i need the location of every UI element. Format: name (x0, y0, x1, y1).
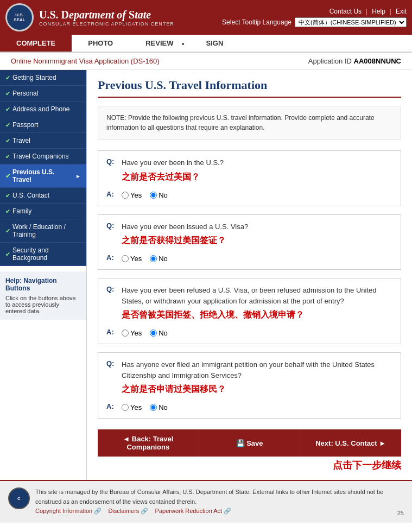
question-row-4: Q: Has anyone ever filed an immigrant pe… (106, 359, 392, 398)
sidebar-label: Address and Phone (12, 105, 69, 113)
sidebar-label: Travel Companions (12, 153, 69, 160)
contact-us-link[interactable]: Contact Us (329, 8, 362, 15)
answer-row-3: A: Yes No (106, 328, 392, 337)
check-icon: ✔ (5, 74, 10, 81)
tab-complete[interactable]: COMPLETE (0, 35, 72, 52)
q-text-1: Have you ever been in the U.S.? 之前是否去过美国… (122, 157, 392, 186)
sidebar-label: Family (12, 207, 31, 215)
tab-sign[interactable]: SIGN (190, 35, 240, 52)
nav-bar: COMPLETE PHOTO REVIEW SIGN (0, 35, 412, 53)
note-box: NOTE: Provide the following previous U.S… (98, 106, 401, 140)
tooltip-label: Select Tooltip Language (222, 18, 291, 26)
check-icon: ✔ (5, 153, 10, 160)
q2-yes-radio[interactable] (122, 255, 129, 262)
check-icon: ✔ (5, 106, 10, 113)
q4-tooltip: 之前是否申请过美国移民？ (122, 383, 392, 396)
sidebar-item-security-background[interactable]: ✔ Security and Background (0, 243, 86, 266)
arrow-icon: ► (75, 173, 81, 179)
footer-body: This site is managed by the Bureau of Co… (35, 489, 383, 505)
header-left: U.S.SEAL U.S. Department of State CONSUL… (5, 3, 174, 31)
question-row-1: Q: Have you ever been in the U.S.? 之前是否去… (106, 157, 392, 186)
question-row-2: Q: Have you ever been issued a U.S. Visa… (106, 221, 392, 250)
sidebar-label: Passport (12, 121, 38, 129)
sidebar: ✔ Getting Started ✔ Personal ✔ Address a… (0, 70, 87, 480)
sidebar-item-work-education[interactable]: ✔ Work / Education / Training (0, 219, 86, 243)
q1-radio-group: Yes No (122, 191, 168, 199)
q3-no-option[interactable]: No (150, 329, 168, 337)
page-title: Previous U.S. Travel Information (98, 78, 401, 98)
header: U.S.SEAL U.S. Department of State CONSUL… (0, 0, 412, 35)
language-selector: Select Tooltip Language 中文(简体）(CHINESE-S… (222, 17, 407, 27)
sidebar-item-getting-started[interactable]: ✔ Getting Started (0, 70, 86, 86)
back-button[interactable]: ◄ Back: Travel Companions (98, 429, 199, 457)
sidebar-label: Personal (12, 90, 38, 97)
save-button[interactable]: 💾 Save (199, 429, 301, 457)
a-label-3: A: (106, 328, 117, 336)
paperwork-link[interactable]: Paperwork Reduction Act (155, 508, 223, 514)
disclaimers-link[interactable]: Disclaimers (108, 508, 139, 514)
q-label-1: Q: (106, 157, 117, 186)
q3-yes-option[interactable]: Yes (122, 329, 142, 337)
help-link[interactable]: Help (372, 8, 385, 15)
q3-tooltip: 是否曾被美国拒签、拒绝入境、撤销入境申请？ (122, 308, 392, 321)
q-label-4: Q: (106, 359, 117, 398)
q4-yes-option[interactable]: Yes (122, 403, 142, 411)
bottom-navigation: ◄ Back: Travel Companions 💾 Save Next: U… (98, 429, 401, 457)
q-label-2: Q: (106, 221, 117, 250)
dept-title: U.S. Department of State CONSULAR ELECTR… (39, 9, 174, 27)
sidebar-item-us-contact[interactable]: ✔ U.S. Contact (0, 188, 86, 204)
q2-tooltip: 之前是否获得过美国签证？ (122, 234, 392, 247)
q4-radio-group: Yes No (122, 403, 168, 411)
q4-yes-radio[interactable] (122, 404, 129, 411)
tab-photo[interactable]: PHOTO (72, 35, 129, 52)
next-button[interactable]: Next: U.S. Contact ► (300, 429, 401, 457)
sidebar-item-previous-travel[interactable]: ✔ Previous U.S. Travel ► (0, 164, 86, 188)
sidebar-item-personal[interactable]: ✔ Personal (0, 86, 86, 102)
q1-yes-option[interactable]: Yes (122, 191, 142, 199)
footer: C This site is managed by the Bureau of … (0, 480, 412, 523)
q4-no-radio[interactable] (150, 404, 157, 411)
language-dropdown[interactable]: 中文(简体）(CHINESE-SIMPLIFIED) English (295, 17, 407, 27)
application-id: Application ID AA008NNUNC (308, 57, 401, 65)
q2-radio-group: Yes No (122, 255, 168, 263)
question-block-4: Q: Has anyone ever filed an immigrant pe… (98, 352, 401, 419)
q2-no-option[interactable]: No (150, 255, 168, 263)
sidebar-item-family[interactable]: ✔ Family (0, 204, 86, 219)
tab-review[interactable]: REVIEW (129, 35, 189, 52)
q2-no-radio[interactable] (150, 255, 157, 262)
q4-no-option[interactable]: No (150, 403, 168, 411)
copyright-link[interactable]: Copyright Information (35, 508, 92, 514)
q-text-3: Have you ever been refused a U.S. Visa, … (122, 285, 392, 324)
check-icon: ✔ (5, 251, 10, 258)
exit-link[interactable]: Exit (396, 8, 407, 15)
q1-no-option[interactable]: No (150, 191, 168, 199)
content-area: Previous U.S. Travel Information NOTE: P… (87, 70, 412, 480)
a-label-2: A: (106, 254, 117, 262)
sidebar-item-travel[interactable]: ✔ Travel (0, 133, 86, 149)
a-label-4: A: (106, 402, 117, 410)
question-block-2: Q: Have you ever been issued a U.S. Visa… (98, 214, 401, 270)
ds160-link[interactable]: Online Nonimmigrant Visa Application (DS… (11, 57, 160, 65)
sidebar-item-travel-companions[interactable]: ✔ Travel Companions (0, 149, 86, 164)
question-block-1: Q: Have you ever been in the U.S.? 之前是否去… (98, 150, 401, 206)
q2-yes-option[interactable]: Yes (122, 255, 142, 263)
check-icon: ✔ (5, 192, 10, 199)
q3-yes-radio[interactable] (122, 330, 129, 337)
q3-no-radio[interactable] (150, 330, 157, 337)
footer-number: 25 (397, 510, 404, 516)
check-icon: ✔ (5, 227, 10, 235)
answer-row-1: A: Yes No (106, 190, 392, 199)
check-icon: ✔ (5, 122, 10, 129)
q1-tooltip: 之前是否去过美国？ (122, 170, 392, 183)
sidebar-item-address-phone[interactable]: ✔ Address and Phone (0, 102, 86, 117)
sidebar-item-passport[interactable]: ✔ Passport (0, 117, 86, 133)
sidebar-label: Security and Background (12, 246, 81, 262)
q1-no-radio[interactable] (150, 192, 157, 199)
us-seal: U.S.SEAL (5, 3, 34, 31)
note-text: NOTE: Provide the following previous U.S… (106, 114, 375, 131)
footer-seal: C (8, 487, 30, 509)
answer-row-2: A: Yes No (106, 254, 392, 263)
help-text: Click on the buttons above to access pre… (5, 295, 81, 314)
q3-radio-group: Yes No (122, 329, 168, 337)
q1-yes-radio[interactable] (122, 192, 129, 199)
